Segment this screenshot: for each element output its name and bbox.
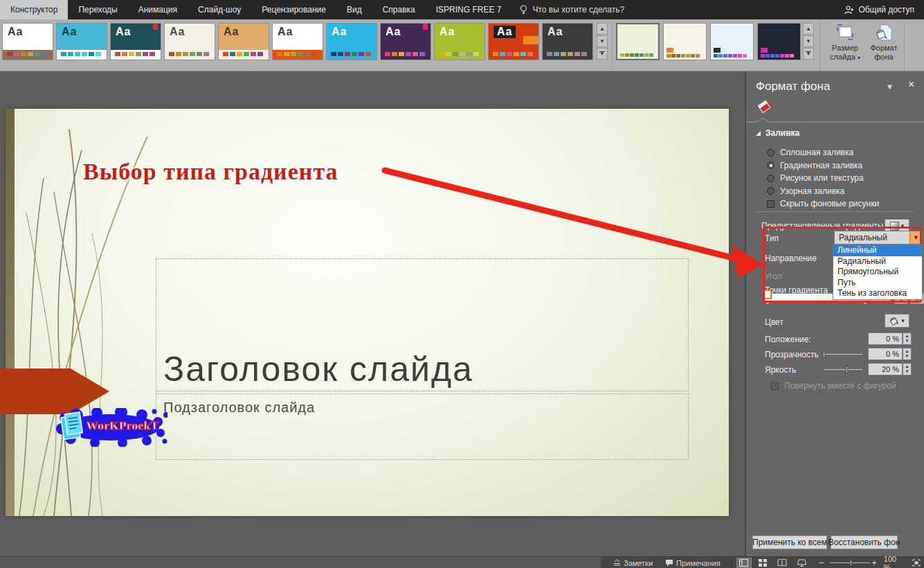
fill-option-1[interactable]: Сплошная заливка	[767, 148, 853, 157]
brightness-slider-track[interactable]	[824, 369, 862, 370]
variant-color-square	[785, 54, 789, 57]
slide-subtitle-placeholder[interactable]: Подзаголовок слайда	[156, 393, 689, 460]
fit-slide-icon	[912, 559, 921, 567]
theme-color-square	[493, 52, 498, 56]
format-background-button[interactable]: Формат фона	[865, 24, 903, 62]
theme-color-square	[89, 52, 94, 56]
zoom-out-button[interactable]: −	[819, 558, 824, 568]
theme-thumbnail-2[interactable]: Aa	[56, 23, 107, 60]
brightness-spinner[interactable]: 20 %	[868, 363, 903, 375]
ribbon-tab-5[interactable]: Рецензирование	[251, 0, 336, 19]
notes-toggle[interactable]: Заметки	[613, 559, 653, 567]
format-background-icon	[875, 24, 893, 42]
ribbon-tab-8[interactable]: ISPRING FREE 7	[426, 0, 512, 19]
slide-sorter-view-button[interactable]	[756, 558, 771, 568]
zoom-slider-thumb[interactable]	[850, 560, 852, 566]
gradient-type-option-5[interactable]: Тень из заголовка	[833, 288, 922, 299]
pane-close-button[interactable]: ×	[908, 78, 914, 91]
apply-to-all-button[interactable]: Применить ко всем	[752, 535, 827, 549]
fit-slide-button[interactable]	[909, 558, 924, 568]
gradient-type-option-1[interactable]: Линейный	[833, 245, 922, 256]
fill-option-radio[interactable]	[767, 175, 774, 182]
ribbon-tab-1[interactable]: Конструктор	[0, 0, 68, 19]
fill-option-radio[interactable]	[767, 187, 774, 195]
slideshow-view-button[interactable]	[794, 558, 809, 568]
ribbon-tab-7[interactable]: Справка	[372, 0, 426, 19]
theme-color-square	[115, 52, 120, 56]
variants-more-button[interactable]: ▼	[803, 48, 814, 60]
gallery-scroll-down-button[interactable]: ▼	[597, 35, 608, 47]
theme-thumbnail-10[interactable]: Aa	[488, 23, 539, 60]
transparency-spinner[interactable]: 0 %	[868, 348, 903, 360]
variants-scroll-down-button[interactable]: ▼	[803, 35, 814, 47]
ribbon-tab-6[interactable]: Вид	[336, 0, 372, 19]
zoom-slider[interactable]	[830, 559, 867, 567]
theme-thumbnail-8[interactable]: Aa	[380, 23, 431, 60]
theme-thumbnail-4[interactable]: Aa	[164, 23, 215, 60]
gradient-type-option-4[interactable]: Путь	[833, 278, 922, 289]
fill-option-3[interactable]: Рисунок или текстура	[767, 173, 864, 183]
theme-thumbnail-6[interactable]: Aa	[272, 23, 323, 60]
theme-color-square	[244, 52, 249, 56]
variant-thumbnail-4[interactable]	[757, 23, 801, 60]
theme-thumbnail-9[interactable]: Aa	[434, 23, 485, 60]
theme-aa-sample: Aa	[224, 26, 239, 38]
variant-thumbnail-3[interactable]	[710, 23, 754, 60]
tell-me-box[interactable]: Что вы хотите сделать?	[511, 0, 633, 19]
brightness-slider-thumb[interactable]	[846, 366, 848, 373]
variant-thumbnail-1[interactable]	[616, 23, 660, 60]
reading-view-button[interactable]	[774, 558, 790, 568]
gallery-scroll-up-button[interactable]: ▲	[597, 23, 608, 35]
theme-color-square	[385, 52, 390, 56]
fill-section-header[interactable]: Заливка	[756, 128, 799, 138]
notes-icon	[613, 559, 621, 567]
fill-section-label: Заливка	[766, 128, 799, 138]
fill-option-2[interactable]: Градиентная заливка	[767, 161, 862, 170]
reset-background-button[interactable]: Восстановить фон	[831, 535, 898, 549]
fill-option-4[interactable]: Узорная заливка	[767, 186, 844, 196]
slide-size-button[interactable]: Размер слайда ▾	[826, 24, 864, 62]
gallery-more-button[interactable]: ▼	[597, 48, 608, 60]
gradient-type-option-3[interactable]: Прямоугольный	[833, 267, 922, 278]
fill-option-radio[interactable]	[767, 149, 774, 157]
fill-option-radio[interactable]	[767, 161, 774, 169]
variant-color-square	[696, 54, 700, 57]
variants-scroll-up-button[interactable]: ▲	[803, 23, 814, 35]
share-button[interactable]: Общий доступ	[844, 0, 914, 19]
theme-aa-sample: Aa	[278, 26, 293, 38]
pane-options-caret-icon[interactable]: ▼	[886, 82, 894, 91]
theme-thumbnail-7[interactable]: Aa	[326, 23, 377, 60]
position-spinner-arrows[interactable]: ▲▼	[903, 332, 912, 345]
transparency-slider-thumb[interactable]	[823, 350, 825, 358]
ribbon-tab-2[interactable]: Переходы	[68, 0, 127, 19]
brightness-spinner-arrows[interactable]: ▲▼	[903, 363, 912, 375]
normal-view-button[interactable]	[736, 558, 752, 568]
variants-gallery	[616, 23, 801, 60]
transparency-slider-track[interactable]	[824, 354, 862, 355]
variant-thumbnail-2[interactable]	[663, 23, 707, 60]
ribbon-tab-3[interactable]: Анимация	[128, 0, 188, 19]
theme-corner-tag	[153, 24, 158, 30]
gradient-type-option-2[interactable]: Радиальный	[833, 256, 922, 267]
color-picker-button[interactable]: ▾	[885, 314, 909, 328]
pane-title: Формат фона	[756, 80, 830, 94]
position-spinner[interactable]: 0 %	[868, 332, 903, 345]
transparency-spinner-arrows[interactable]: ▲▼	[903, 348, 912, 360]
zoom-percentage[interactable]: 100 %	[884, 555, 903, 568]
theme-thumbnail-3[interactable]: Aa	[110, 23, 161, 60]
hide-background-checkbox[interactable]	[767, 200, 774, 208]
theme-thumbnail-11[interactable]: Aa	[542, 23, 593, 60]
theme-color-square	[28, 52, 33, 56]
slide-title-placeholder[interactable]: Заголовок слайда	[156, 258, 689, 391]
ribbon-tab-4[interactable]: Слайд-шоу	[188, 0, 251, 19]
zoom-in-button[interactable]: +	[871, 558, 877, 568]
theme-thumbnail-1[interactable]: Aa	[2, 23, 53, 60]
variant-color-square	[630, 53, 634, 57]
comments-toggle[interactable]: Примечания	[665, 559, 721, 567]
theme-color-square	[352, 52, 357, 56]
theme-thumbnail-5[interactable]: Aa	[218, 23, 269, 60]
hide-background-checkbox-row[interactable]: Скрыть фоновые рисунки	[767, 199, 879, 208]
theme-aa-sample: Aa	[440, 26, 455, 38]
variant-color-square	[714, 54, 718, 57]
variant-accent	[714, 48, 721, 53]
